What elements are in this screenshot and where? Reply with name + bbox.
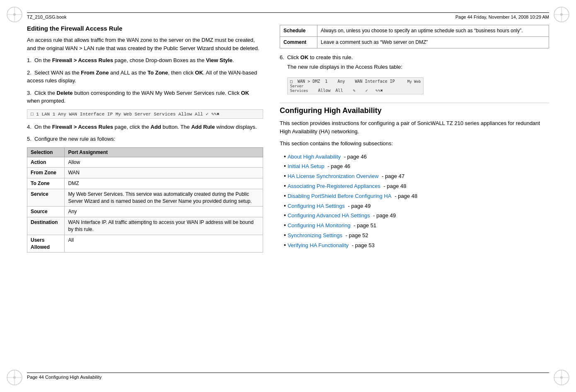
step-2-bold2: To Zone bbox=[148, 70, 168, 76]
table-cell-value-fromzone: WAN bbox=[65, 168, 263, 178]
access-rule-image-2: □ WAN > DMZ 1 Any WAN Interface IP My We… bbox=[287, 77, 424, 94]
page-ref-about-ha: - page 46 bbox=[342, 152, 367, 161]
step-1: 1. On the Firewall > Access Rules page, … bbox=[27, 56, 263, 65]
step-4: 4. On the Firewall > Access Rules page, … bbox=[27, 123, 263, 131]
comment-label: Comment bbox=[280, 36, 317, 48]
schedule-row: Schedule Always on, unless you choose to… bbox=[280, 25, 549, 37]
page-ref-configuring-ha-settings: - page 49 bbox=[346, 202, 371, 211]
list-item: About High Availability - page 46 bbox=[284, 152, 549, 162]
config-table: Selection Port Assignment Action Allow F… bbox=[27, 147, 263, 253]
table-cell-label-source: Source bbox=[27, 207, 65, 217]
step-2-end: , then click bbox=[168, 70, 195, 76]
step-2: 2. Select WAN as the From Zone and ALL a… bbox=[27, 69, 263, 85]
page-ref-initial-ha: - page 46 bbox=[326, 162, 351, 171]
footer-text: Page 44 Configuring High Availability bbox=[27, 375, 102, 380]
divider bbox=[280, 103, 549, 103]
step-3-bold2: OK bbox=[241, 90, 249, 96]
step-3-num: 3. Click the bbox=[27, 90, 57, 96]
corner-mark-br bbox=[551, 367, 572, 388]
step-3-end: when prompted. bbox=[27, 98, 65, 104]
step-1-end: . bbox=[232, 57, 234, 63]
comment-row: Comment Leave a comment such as “Web ser… bbox=[280, 36, 549, 48]
table-header-port: Port Assignment bbox=[65, 147, 263, 157]
corner-mark-bl bbox=[4, 367, 25, 388]
table-row: To Zone DMZ bbox=[27, 178, 263, 189]
link-disabling-portshield[interactable]: Disabling PortShield Before Configuring … bbox=[288, 192, 392, 201]
list-item: Configuring Advanced HA Settings - page … bbox=[284, 211, 549, 221]
link-verifying-ha[interactable]: Verifying HA Functionality bbox=[288, 241, 349, 250]
table-cell-value-tozone: DMZ bbox=[65, 178, 263, 189]
book-meta: TZ_210_GSG.book Page 44 Friday, November… bbox=[27, 12, 549, 19]
step-4-bold3: Add Rule bbox=[191, 124, 215, 130]
table-row: Action Allow bbox=[27, 157, 263, 168]
left-column: Editing the Firewall Access Rule An acce… bbox=[27, 25, 267, 367]
page-ref-ha-license: - page 47 bbox=[380, 172, 405, 181]
step-6-text2: to create this rule. bbox=[308, 54, 353, 60]
list-item: Configuring HA Settings - page 49 bbox=[284, 201, 549, 211]
link-synchronizing-settings[interactable]: Synchronizing Settings bbox=[288, 231, 342, 240]
step-1-bold1: Firewall > Access Rules bbox=[52, 57, 113, 63]
list-item: Verifying HA Functionality - page 53 bbox=[284, 240, 549, 250]
link-pre-registered[interactable]: Associating Pre-Registered Appliances bbox=[288, 182, 380, 191]
step-4-end2: window displays. bbox=[215, 124, 257, 130]
table-cell-label-service: Service bbox=[27, 189, 65, 207]
step-5: 5. Configure the new rule as follows: bbox=[27, 135, 263, 143]
page-ref-synchronizing-settings: - page 52 bbox=[344, 231, 368, 240]
step-6: 6. Click OK to create this rule. bbox=[280, 54, 549, 60]
schedule-value: Always on, unless you choose to specify … bbox=[317, 25, 549, 37]
link-ha-monitoring[interactable]: Configuring HA Monitoring bbox=[288, 221, 351, 230]
subsection-list: About High Availability - page 46 Initia… bbox=[280, 152, 549, 250]
intro-text: An access rule that allows traffic from … bbox=[27, 36, 263, 52]
section-intro-1: This section provides instructions for c… bbox=[280, 119, 549, 135]
step-5-num: 5. Configure the new rule as follows: bbox=[27, 136, 115, 142]
list-item: Synchronizing Settings - page 52 bbox=[284, 231, 549, 240]
right-column: Schedule Always on, unless you choose to… bbox=[280, 25, 549, 367]
access-rule-row2-text: □ WAN > DMZ 1 Any WAN Interface IP My We… bbox=[290, 79, 421, 93]
comment-value: Leave a comment such as “Web server on D… bbox=[317, 36, 549, 48]
table-cell-label-action: Action bbox=[27, 157, 65, 168]
table-cell-label-tozone: To Zone bbox=[27, 178, 65, 189]
page-footer: Page 44 Configuring High Availability bbox=[27, 373, 549, 380]
step-4-mid: page, click the bbox=[113, 124, 150, 130]
step-3-bold1: Delete bbox=[57, 90, 73, 96]
table-row: Destination WAN Interface IP. All traffi… bbox=[27, 217, 263, 235]
table-row: From Zone WAN bbox=[27, 168, 263, 178]
list-item: Configuring HA Monitoring - page 51 bbox=[284, 221, 549, 231]
step-6-bold: OK bbox=[300, 54, 309, 60]
corner-mark-tr bbox=[551, 4, 572, 25]
step-4-bold1: Firewall > Access Rules bbox=[52, 124, 113, 130]
table-cell-label-destination: Destination bbox=[27, 217, 65, 235]
table-row: Users Allowed All bbox=[27, 235, 263, 253]
table-header-selection: Selection bbox=[27, 147, 65, 157]
step-1-bold2: View Style bbox=[206, 57, 232, 63]
table-cell-value-destination: WAN Interface IP. All traffic attempting… bbox=[65, 217, 263, 235]
table-cell-label-fromzone: From Zone bbox=[27, 168, 65, 178]
schedule-comment-table: Schedule Always on, unless you choose to… bbox=[280, 25, 549, 48]
step-2-mid: and ALL as the bbox=[109, 70, 147, 76]
page-ref-advanced-ha-settings: - page 49 bbox=[372, 211, 396, 220]
right-section-heading: Configuring High Availability bbox=[280, 106, 549, 115]
step-4-end: button. The bbox=[161, 124, 191, 130]
step-1-num: 1. On the bbox=[27, 57, 52, 63]
table-cell-value-source: Any bbox=[65, 207, 263, 217]
corner-mark-tl bbox=[4, 4, 25, 25]
table-cell-value-users: All bbox=[65, 235, 263, 253]
link-ha-license[interactable]: HA License Synchronization Overview bbox=[288, 172, 379, 181]
table-cell-label-users: Users Allowed bbox=[27, 235, 65, 253]
content-area: Editing the Firewall Access Rule An acce… bbox=[27, 25, 549, 367]
link-configuring-ha-settings[interactable]: Configuring HA Settings bbox=[288, 202, 345, 211]
access-rule-row1-text: □ 1 LAN 1 Any WAN Interface IP My Web Se… bbox=[31, 111, 220, 117]
link-about-ha[interactable]: About High Availability bbox=[288, 152, 341, 161]
step-2-bold3: OK bbox=[195, 70, 203, 76]
link-advanced-ha-settings[interactable]: Configuring Advanced HA Settings bbox=[288, 211, 370, 220]
access-rule-image-1: □ 1 LAN 1 Any WAN Interface IP My Web Se… bbox=[27, 109, 263, 119]
page-meta-right: Page 44 Friday, November 14, 2008 10:29 … bbox=[455, 14, 549, 19]
page-ref-verifying-ha: - page 53 bbox=[350, 241, 375, 250]
list-item: Disabling PortShield Before Configuring … bbox=[284, 191, 549, 201]
table-cell-value-service: My Web Server Services. This service was… bbox=[65, 189, 263, 207]
step-6-num: 6. Click bbox=[280, 54, 300, 60]
step-3: 3. Click the Delete button corresponding… bbox=[27, 89, 263, 105]
step-2-num: 2. Select WAN as the bbox=[27, 70, 81, 76]
list-item: Associating Pre-Registered Appliances - … bbox=[284, 181, 549, 191]
link-initial-ha[interactable]: Initial HA Setup bbox=[288, 162, 324, 171]
